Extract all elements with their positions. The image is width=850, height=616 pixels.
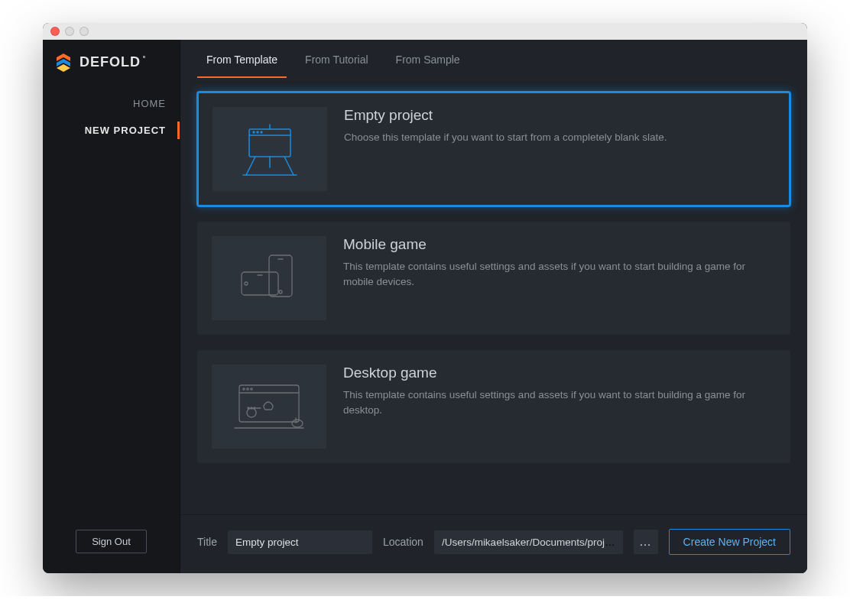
svg-point-5 [253,131,255,133]
project-location-input[interactable]: /Users/mikaelsaker/Documents/projects/Em… [434,530,623,554]
brand-name: DEFOLD [79,54,141,70]
window-zoom-icon[interactable] [79,27,89,36]
svg-rect-3 [249,129,290,157]
svg-point-7 [261,131,262,133]
template-title: Empty project [344,107,775,124]
browse-location-button[interactable]: … [634,530,658,554]
bottom-bar: Title Location /Users/mikaelsaker/Docume… [180,514,807,573]
template-list: Empty project Choose this template if yo… [180,78,807,514]
template-description: This template contains useful settings a… [343,387,776,419]
nav: HOME NEW PROJECT [43,90,180,144]
easel-icon [235,118,304,180]
template-thumb [212,365,326,449]
window-close-icon[interactable] [50,27,60,36]
brand: DEFOLD [43,40,180,87]
defold-logo-icon [54,52,73,72]
titlebar [43,23,807,40]
svg-point-25 [248,407,249,409]
svg-point-23 [251,388,252,390]
tabs: From Template From Tutorial From Sample [180,40,807,78]
svg-point-22 [247,388,248,390]
template-card-empty[interactable]: Empty project Choose this template if yo… [197,92,790,206]
create-new-project-button[interactable]: Create New Project [669,529,790,555]
sign-out-button[interactable]: Sign Out [76,530,147,553]
devices-icon [231,248,307,309]
svg-line-9 [246,157,255,175]
location-base: /Users/mikaelsaker/Documents/projects/ [442,537,623,548]
app-window: DEFOLD HOME NEW PROJECT Sign Out From Te… [43,23,807,573]
template-title: Mobile game [343,236,776,253]
template-title: Desktop game [343,365,776,381]
svg-point-27 [254,407,255,409]
template-card-mobile[interactable]: Mobile game This template contains usefu… [197,222,790,335]
location-label: Location [383,536,423,548]
template-description: This template contains useful settings a… [343,259,776,290]
project-title-input[interactable] [228,530,372,554]
svg-point-18 [245,282,248,285]
sidebar-item-label: NEW PROJECT [85,125,166,136]
sidebar-item-label: HOME [133,98,166,109]
sidebar-item-home[interactable]: HOME [43,90,180,117]
svg-point-28 [292,420,303,427]
template-description: Choose this template if you want to star… [344,130,775,145]
more-icon: … [639,535,652,549]
svg-line-10 [284,157,294,175]
svg-point-26 [251,407,252,409]
tab-label: From Template [206,53,277,66]
svg-point-15 [279,290,282,293]
sidebar-item-new-project[interactable]: NEW PROJECT [43,117,180,144]
template-card-desktop[interactable]: Desktop game This template contains usef… [197,350,790,463]
tab-label: From Tutorial [305,53,368,66]
window-minimize-icon[interactable] [65,27,74,36]
main: From Template From Tutorial From Sample [180,40,807,573]
tab-from-sample[interactable]: From Sample [387,40,469,78]
svg-point-6 [257,131,258,133]
template-thumb [212,236,326,320]
tab-from-tutorial[interactable]: From Tutorial [296,40,377,78]
title-label: Title [197,536,217,548]
sidebar: DEFOLD HOME NEW PROJECT Sign Out [43,40,180,573]
svg-point-21 [243,388,245,390]
desktop-icon [227,376,311,437]
tab-from-template[interactable]: From Template [197,40,287,78]
template-thumb [212,107,327,191]
tab-label: From Sample [396,53,460,66]
